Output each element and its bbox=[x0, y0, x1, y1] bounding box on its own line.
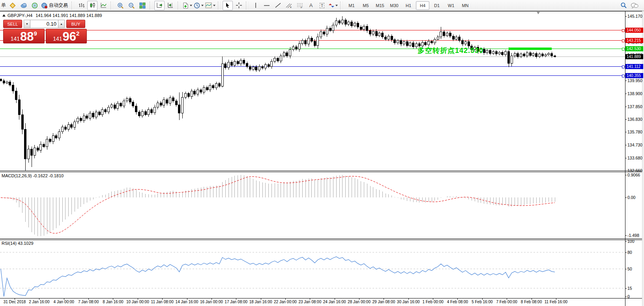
cursor-tool-button[interactable] bbox=[223, 1, 233, 10]
price-axis-tick bbox=[625, 119, 627, 120]
line-chart-icon bbox=[101, 2, 107, 8]
macd-axis-tick bbox=[625, 197, 627, 198]
templates-dropdown[interactable] bbox=[205, 1, 216, 10]
autoscroll-icon bbox=[156, 2, 163, 8]
timeframe-M5[interactable]: M5 bbox=[359, 1, 373, 10]
sell-button[interactable]: SELL bbox=[3, 20, 22, 28]
time-axis-label: 18 Jan 16:00 bbox=[249, 300, 272, 304]
price-axis-tick bbox=[625, 81, 627, 81]
chart-shift-button[interactable] bbox=[165, 1, 176, 10]
profile-icon[interactable] bbox=[7, 1, 18, 10]
price-axis-label: 136.830 bbox=[627, 117, 642, 122]
autoscroll-button[interactable] bbox=[154, 1, 165, 10]
text-label-tool[interactable]: T bbox=[317, 1, 327, 10]
price-axis-tick bbox=[625, 132, 627, 132]
text-label-icon: T bbox=[320, 3, 325, 8]
signal-icon bbox=[32, 2, 38, 9]
time-axis-label: 23 Jan 08:00 bbox=[298, 300, 321, 304]
rsi-axis-tick bbox=[625, 252, 627, 253]
trendline-tool[interactable] bbox=[273, 1, 283, 10]
signals-button[interactable] bbox=[30, 1, 40, 10]
autotrading-button[interactable]: 自动交易 bbox=[41, 1, 69, 10]
gold-profile-icon bbox=[9, 2, 16, 9]
volume-decrease-button[interactable]: ▼ bbox=[24, 20, 30, 28]
arrows-dropdown[interactable] bbox=[328, 1, 338, 10]
separator bbox=[110, 2, 113, 9]
expand-arrow-icon[interactable] bbox=[2, 14, 6, 17]
chat-button[interactable] bbox=[629, 1, 640, 10]
panel-separator[interactable] bbox=[0, 240, 644, 240]
zoom-out-button[interactable] bbox=[126, 1, 137, 10]
ohlc-values: 141.964 141.991 141.889 141.889 bbox=[36, 13, 102, 18]
buy-price-button[interactable]: 141 96 2 bbox=[46, 29, 87, 43]
timeframe-D1[interactable]: D1 bbox=[430, 1, 444, 10]
separator bbox=[340, 2, 343, 9]
bar-chart-button[interactable] bbox=[76, 1, 86, 10]
fibonacci-tool[interactable]: F bbox=[295, 1, 305, 10]
search-button[interactable] bbox=[618, 1, 629, 10]
timeframe-M30[interactable]: M30 bbox=[388, 1, 401, 10]
rsi-axis-tick bbox=[625, 288, 627, 289]
timeframe-MN[interactable]: MN bbox=[459, 1, 472, 10]
cloud-icon bbox=[21, 2, 27, 9]
sell-price-base: 141 bbox=[11, 36, 20, 42]
macd-axis-tick bbox=[625, 175, 627, 175]
clock-icon bbox=[194, 2, 200, 9]
periods-dropdown[interactable] bbox=[193, 1, 204, 10]
tile-windows-button[interactable] bbox=[137, 1, 148, 10]
mt4-window: 单 自动交易 bbox=[0, 0, 644, 306]
separator bbox=[150, 2, 152, 9]
chart-shift-marker-icon bbox=[537, 12, 540, 14]
template-chart-icon bbox=[205, 2, 212, 8]
rsi-axis-label: 100 bbox=[627, 239, 635, 244]
rsi-axis-tick bbox=[625, 241, 627, 242]
time-axis-label: 10 Jan 00:00 bbox=[126, 300, 149, 304]
timeframe-H1[interactable]: H1 bbox=[402, 1, 415, 10]
price-axis-tick bbox=[625, 94, 627, 94]
timeframe-M1[interactable]: M1 bbox=[345, 1, 358, 10]
volume-increase-button[interactable]: ▲ bbox=[58, 20, 65, 28]
price-axis-label: 139.950 bbox=[627, 78, 642, 83]
separator bbox=[218, 2, 221, 9]
price-axis-label: 137.850 bbox=[627, 104, 642, 109]
sell-price-button[interactable]: 141 88 9 bbox=[3, 29, 45, 43]
vertical-line-tool[interactable] bbox=[251, 1, 261, 10]
buy-button[interactable]: BUY bbox=[66, 20, 85, 28]
timeframe-W1[interactable]: W1 bbox=[444, 1, 458, 10]
candlestick-chart-button[interactable] bbox=[87, 1, 97, 10]
time-axis-label: 2 Jan 16:00 bbox=[29, 300, 49, 304]
level-anchor-square bbox=[622, 29, 625, 32]
time-axis-label: 5 Feb 16:00 bbox=[472, 300, 492, 304]
time-axis-label: 31 Dec 2018 bbox=[4, 300, 26, 304]
price-axis-tick bbox=[625, 145, 627, 145]
horizontal-line-tool[interactable] bbox=[262, 1, 272, 10]
volume-input[interactable] bbox=[30, 20, 58, 28]
separator bbox=[246, 2, 249, 9]
price-level-tag: 142.530 bbox=[625, 46, 643, 51]
timeframe-M15[interactable]: M15 bbox=[373, 1, 387, 10]
rsi-axis-label: 80 bbox=[627, 250, 632, 255]
separator bbox=[178, 2, 180, 9]
time-axis-label: 14 Jan 16:00 bbox=[176, 300, 198, 304]
publish-icon-button[interactable] bbox=[19, 1, 29, 10]
toolbar: 单 自动交易 bbox=[0, 0, 644, 11]
chart-window[interactable] bbox=[0, 11, 644, 306]
timeframe-H4[interactable]: H4 bbox=[416, 1, 429, 10]
time-axis-label: 29 Jan 08:00 bbox=[372, 300, 395, 304]
zoom-in-button[interactable] bbox=[115, 1, 125, 10]
panel-separator[interactable] bbox=[0, 238, 644, 239]
caret-down-icon bbox=[335, 5, 338, 6]
price-level-tag: 140.355 bbox=[625, 73, 643, 78]
panel-separator[interactable] bbox=[0, 171, 644, 171]
chart-annotation-text: 多空转折点142.530 bbox=[417, 46, 483, 55]
text-tool[interactable]: A bbox=[306, 1, 316, 10]
price-level-tag: 143.215 bbox=[625, 38, 643, 43]
price-axis-label: 145.170 bbox=[627, 14, 642, 19]
crosshair-tool-button[interactable] bbox=[234, 1, 244, 10]
new-order-button[interactable]: 单 bbox=[1, 2, 6, 9]
channel-tool[interactable]: E bbox=[284, 1, 294, 10]
indicators-dropdown[interactable] bbox=[182, 1, 193, 10]
text-tool-icon: A bbox=[309, 2, 313, 8]
line-chart-button[interactable] bbox=[98, 1, 109, 10]
panel-separator[interactable] bbox=[0, 172, 644, 172]
